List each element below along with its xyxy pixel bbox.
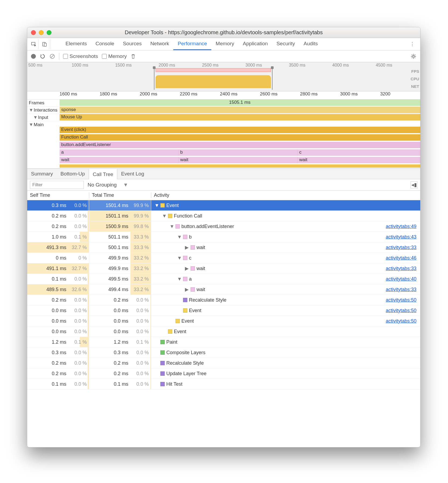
timeline-overview[interactable]: 500 ms1000 ms1500 ms2000 ms2500 ms3000 m…	[27, 62, 420, 91]
disclosure-icon[interactable]: ▼	[154, 203, 159, 208]
source-link[interactable]: activitytabs:43	[386, 234, 416, 240]
tab-audits[interactable]: Audits	[299, 38, 322, 50]
table-row[interactable]: 489.5 ms32.6 %499.4 ms33.2 %▶waitactivit…	[27, 284, 420, 295]
grouping-select[interactable]: No Grouping	[88, 182, 117, 188]
flame-bar[interactable]: wait	[179, 157, 298, 163]
minimize-window-icon[interactable]	[39, 30, 44, 35]
tab-elements[interactable]: Elements	[61, 38, 91, 50]
source-link[interactable]: activitytabs:33	[386, 287, 416, 292]
more-icon[interactable]: ⋮	[406, 41, 419, 47]
source-link[interactable]: activitytabs:49	[386, 224, 416, 229]
interaction-bar[interactable]: sponse	[60, 107, 420, 113]
table-row[interactable]: 0.2 ms0.0 %1501.1 ms99.9 %▼Function Call	[27, 211, 420, 221]
zoom-window-icon[interactable]	[47, 30, 51, 35]
reload-icon[interactable]	[40, 53, 46, 59]
flame-bar[interactable]: a	[60, 149, 179, 156]
table-row[interactable]: 0.0 ms0.0 %0.0 ms0.0 %Event	[27, 326, 420, 337]
tab-performance[interactable]: Performance	[173, 38, 211, 50]
svg-point-5	[413, 55, 415, 57]
show-heaviest-icon[interactable]: ◂▮	[411, 181, 418, 188]
table-row[interactable]: 0.3 ms0.0 %0.3 ms0.0 %Composite Layers	[27, 347, 420, 358]
activity-name: Update Layer Tree	[166, 371, 206, 377]
table-row[interactable]: 1.0 ms0.1 %501.1 ms33.3 %▼bactivitytabs:…	[27, 232, 420, 242]
source-link[interactable]: activitytabs:50	[386, 297, 416, 303]
track-label-interactions[interactable]: ▼Interactions	[27, 107, 60, 114]
clear-icon[interactable]	[49, 53, 55, 59]
tab-console[interactable]: Console	[91, 38, 119, 50]
flame-bar[interactable]: button.addEventListener	[60, 142, 420, 148]
flame-bar[interactable]: wait	[298, 157, 420, 163]
timeline-ruler: 1600 ms1800 ms2000 ms2200 ms2400 ms2600 …	[27, 91, 420, 99]
table-row[interactable]: 0.3 ms0.0 %1501.4 ms99.9 %▼Event	[27, 200, 420, 211]
activity-name: Function Call	[174, 213, 202, 219]
subtab-call-tree[interactable]: Call Tree	[89, 169, 117, 179]
subtab-bottom-up[interactable]: Bottom-Up	[57, 169, 89, 179]
table-row[interactable]: 0.2 ms0.0 %0.2 ms0.0 %Recalculate Stylea…	[27, 295, 420, 305]
track-label-main[interactable]: ▼Main	[27, 121, 60, 128]
table-row[interactable]: 491.3 ms32.7 %500.1 ms33.3 %▶waitactivit…	[27, 242, 420, 253]
frame-bar[interactable]: 1505.1 ms	[60, 99, 420, 106]
input-bar[interactable]: Mouse Up	[60, 114, 420, 120]
tab-security[interactable]: Security	[272, 38, 299, 50]
activity-name: wait	[197, 266, 205, 271]
record-button[interactable]	[31, 54, 36, 59]
tab-sources[interactable]: Sources	[119, 38, 146, 50]
table-row[interactable]: 0.2 ms0.0 %0.2 ms0.0 %Recalculate Style	[27, 358, 420, 368]
table-row[interactable]: 1.2 ms0.1 %1.2 ms0.1 %Paint	[27, 337, 420, 347]
activity-color-icon	[183, 235, 187, 239]
screenshots-checkbox[interactable]: Screenshots	[63, 53, 98, 59]
table-row[interactable]: 0.2 ms0.0 %0.2 ms0.0 %Update Layer Tree	[27, 368, 420, 379]
table-row[interactable]: 0 ms0 %499.9 ms33.2 %▼cactivitytabs:46	[27, 253, 420, 263]
table-row[interactable]: 0.1 ms0.0 %499.5 ms33.2 %▼aactivitytabs:…	[27, 274, 420, 284]
perf-toolbar: Screenshots Memory	[27, 50, 420, 62]
flame-bar[interactable]: b	[179, 149, 298, 156]
source-link[interactable]: activitytabs:50	[386, 308, 416, 313]
flame-bar[interactable]: c	[298, 149, 420, 156]
disclosure-icon[interactable]: ▼	[170, 224, 174, 229]
flame-bar[interactable]: Event (click)	[60, 127, 420, 133]
tab-network[interactable]: Network	[146, 38, 174, 50]
subtab-summary[interactable]: Summary	[27, 169, 57, 179]
source-link[interactable]: activitytabs:46	[386, 255, 416, 261]
table-row[interactable]: 0.2 ms0.0 %1500.9 ms99.8 %▼button.addEve…	[27, 221, 420, 232]
header-activity[interactable]: Activity	[151, 192, 420, 198]
inspect-icon[interactable]	[29, 39, 39, 49]
flame-bar[interactable]: wait	[60, 157, 179, 163]
device-toggle-icon[interactable]	[40, 39, 49, 49]
source-link[interactable]: activitytabs:33	[386, 245, 416, 250]
close-window-icon[interactable]	[31, 30, 36, 35]
memory-checkbox[interactable]: Memory	[102, 53, 127, 59]
table-row[interactable]: 491.1 ms32.7 %499.9 ms33.2 %▶waitactivit…	[27, 263, 420, 274]
header-self-time[interactable]: Self Time	[27, 192, 89, 198]
source-link[interactable]: activitytabs:40	[386, 276, 416, 282]
disclosure-icon[interactable]: ▼	[177, 255, 181, 261]
settings-icon[interactable]	[411, 53, 416, 59]
flame-bar[interactable]: Function Call	[60, 134, 420, 141]
chevron-down-icon[interactable]: ▼	[123, 182, 128, 188]
screenshots-label: Screenshots	[70, 53, 98, 59]
disclosure-icon[interactable]: ▶	[185, 244, 189, 250]
table-row[interactable]: 0.0 ms0.0 %0.0 ms0.0 %Eventactivitytabs:…	[27, 316, 420, 326]
flame-tracks: Frames 1505.1 ms ▼Interactions sponse ▼I…	[27, 99, 420, 168]
disclosure-icon[interactable]: ▼	[162, 213, 166, 219]
tab-application[interactable]: Application	[239, 38, 272, 50]
track-label-input[interactable]: ▼Input	[27, 114, 60, 121]
header-total-time[interactable]: Total Time	[89, 192, 151, 198]
disclosure-icon[interactable]: ▶	[185, 287, 189, 292]
details-subtabs: SummaryBottom-UpCall TreeEvent Log	[27, 168, 420, 179]
activity-color-icon	[183, 277, 187, 281]
subtab-event-log[interactable]: Event Log	[117, 169, 148, 179]
track-label-frames: Frames	[27, 99, 60, 106]
disclosure-icon[interactable]: ▼	[177, 276, 181, 282]
source-link[interactable]: activitytabs:33	[386, 266, 416, 271]
trash-icon[interactable]	[130, 54, 136, 59]
tab-memory[interactable]: Memory	[211, 38, 239, 50]
filter-input[interactable]	[30, 181, 84, 189]
table-row[interactable]: 0.1 ms0.0 %0.1 ms0.0 %Hit Test	[27, 379, 420, 389]
disclosure-icon[interactable]: ▶	[185, 265, 189, 271]
overview-selection-handle[interactable]	[154, 67, 273, 90]
table-row[interactable]: 0.0 ms0.0 %0.0 ms0.0 %Eventactivitytabs:…	[27, 305, 420, 316]
source-link[interactable]: activitytabs:50	[386, 318, 416, 324]
calltree-header: Self Time Total Time Activity	[27, 191, 420, 200]
disclosure-icon[interactable]: ▼	[177, 234, 181, 240]
